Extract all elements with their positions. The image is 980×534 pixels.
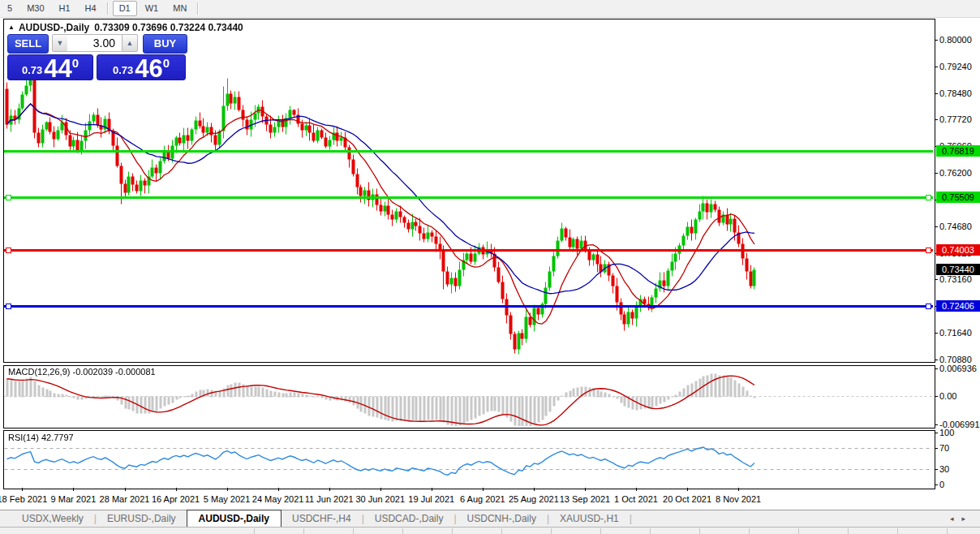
line-end-marker[interactable] (6, 195, 11, 200)
sell-price-prefix: 0.73 (22, 64, 42, 76)
rsi-scale-tick: 70 (939, 443, 980, 454)
level-price-badge: 0.74003 (936, 244, 980, 256)
chart-title: ▲AUDUSD-,Daily0.73309 0.73696 0.73224 0.… (8, 22, 243, 33)
chart-symbol-period: AUDUSD-,Daily (19, 22, 89, 33)
macd-label: MACD(12,26,9) -0.002039 -0.000081 (8, 367, 156, 377)
tab-usdchf-h4[interactable]: USDCHF-,H4 (282, 510, 362, 527)
sell-price-quote[interactable]: 0.73440 (7, 54, 93, 80)
volume-increase-button[interactable]: ▲ (122, 34, 138, 52)
time-scale-tick (125, 488, 126, 491)
buy-price-point: 0 (163, 56, 170, 70)
line-end-marker[interactable] (6, 248, 11, 253)
price-scale-tick: 0.80000 (939, 35, 980, 45)
tab-usdcnh-daily[interactable]: USDCNH-,Daily (457, 510, 547, 527)
timeframe-toolbar: 5M30H1H4D1W1MN (0, 0, 980, 18)
timeframe-button-m30[interactable]: M30 (20, 1, 50, 16)
sell-price-pips: 44 (44, 58, 71, 79)
rsi-scale-tick: 30 (939, 464, 980, 475)
tab-xauusd-h1[interactable]: XAUUSD-,H1 (549, 510, 630, 527)
buy-price-pips: 46 (135, 58, 162, 79)
line-end-marker[interactable] (926, 195, 931, 200)
horizontal-line-0.75509[interactable] (4, 196, 933, 199)
trade-controls-row: SELL ▼ ▲ BUY (7, 34, 186, 52)
time-scale-tick (636, 488, 637, 491)
time-scale-label: 8 Nov 2021 (704, 494, 772, 504)
macd-scale-tick: 0.00 (939, 391, 980, 402)
level-price-badge: 0.75509 (936, 192, 980, 203)
time-scale-tick (380, 488, 381, 491)
tab-audusd-daily[interactable]: AUDUSD-,Daily (187, 510, 282, 528)
tab-scroll-left-icon[interactable]: ◂ (950, 515, 962, 523)
current-price-badge: 0.73440 (936, 264, 980, 275)
status-bar-segments (205, 528, 968, 534)
buy-price-prefix: 0.73 (113, 64, 133, 76)
macd-scale-tick: 0.006936 (939, 364, 980, 374)
volume-decrease-button[interactable]: ▼ (52, 34, 68, 52)
rsi-scale-tick: 100 (939, 428, 980, 438)
tab-separator: | (630, 513, 632, 527)
timeframe-button-5[interactable]: 5 (1, 1, 19, 16)
horizontal-line-0.72406[interactable] (4, 305, 933, 308)
time-scale-tick (329, 488, 330, 491)
time-scale-tick (687, 488, 688, 491)
sell-button[interactable]: SELL (7, 34, 49, 54)
price-scale-tick: 0.78480 (939, 88, 980, 99)
time-scale-tick (585, 488, 586, 491)
sell-price-point: 0 (72, 56, 79, 70)
time-scale-tick (432, 488, 432, 491)
timeframe-button-mn[interactable]: MN (166, 1, 193, 16)
level-price-badge: 0.72406 (936, 300, 980, 312)
price-scale-tick: 0.73160 (939, 274, 980, 285)
rsi-scale-tick: 0 (939, 480, 980, 490)
terminal-window: 5M30H1H4D1W1MN ▲AUDUSD-,Daily0.73309 0.7… (0, 0, 980, 534)
chart-tab-bar: USDX,Weekly|EURUSD-,DailyAUDUSD-,DailyUS… (0, 510, 980, 527)
status-bar (0, 527, 980, 534)
time-scale-tick (534, 488, 535, 491)
one-click-trading-panel: SELL ▼ ▲ BUY 0.73440 0.73460 (7, 34, 186, 80)
buy-button[interactable]: BUY (143, 34, 187, 54)
tab-usdx-weekly[interactable]: USDX,Weekly (11, 510, 94, 527)
time-scale-tick (22, 488, 23, 491)
price-scale-tick: 0.74680 (939, 222, 980, 232)
price-scale-tick: 0.77720 (939, 114, 980, 125)
time-scale-tick (483, 488, 484, 491)
line-end-marker[interactable] (6, 304, 11, 309)
toolbar-separator (107, 2, 109, 15)
time-scale-tick (73, 488, 74, 491)
time-scale-tick (738, 488, 739, 491)
time-scale-tick (227, 488, 228, 491)
line-end-marker[interactable] (926, 248, 931, 253)
rsi-label: RSI(14) 42.7797 (8, 433, 74, 442)
chart-ohlc-values: 0.73309 0.73696 0.73224 0.73440 (94, 22, 243, 33)
price-scale-tick: 0.71640 (939, 328, 980, 338)
rsi-canvas[interactable] (4, 431, 933, 487)
timeframe-button-h1[interactable]: H1 (53, 1, 77, 16)
timeframe-button-w1[interactable]: W1 (139, 1, 165, 16)
timeframe-button-h4[interactable]: H4 (79, 1, 103, 16)
chevron-up-icon: ▲ (127, 39, 134, 47)
volume-input[interactable] (67, 34, 122, 52)
horizontal-line-0.76819[interactable] (4, 150, 933, 153)
tab-scroll-right-icon[interactable]: ▸ (961, 515, 974, 523)
horizontal-line-0.74003[interactable] (4, 249, 933, 252)
toolbar-separator (197, 2, 199, 15)
chevron-down-icon: ▼ (57, 39, 64, 47)
panel-collapse-icon[interactable]: ▲ (8, 24, 15, 31)
timeframe-button-d1[interactable]: D1 (113, 1, 137, 16)
rsi-pane[interactable] (3, 430, 935, 489)
price-scale-tick: 0.79240 (939, 62, 980, 72)
tab-eurusd-daily[interactable]: EURUSD-,Daily (97, 510, 187, 527)
tab-usdcad-daily[interactable]: USDCAD-,Daily (364, 510, 454, 527)
time-scale-tick (278, 488, 279, 491)
tab-scroll-arrows: ◂▸ (950, 515, 974, 523)
line-end-marker[interactable] (926, 304, 931, 309)
level-price-badge: 0.76819 (936, 145, 980, 157)
price-scale-tick: 0.76200 (939, 168, 980, 179)
time-scale-tick (176, 488, 177, 491)
buy-price-quote[interactable]: 0.73460 (97, 54, 186, 80)
